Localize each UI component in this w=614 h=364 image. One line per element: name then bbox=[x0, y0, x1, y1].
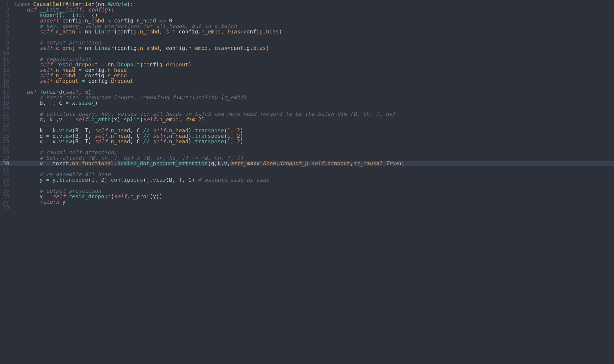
code-line[interactable]: 7 bbox=[0, 34, 614, 40]
code-content[interactable]: y = y.transpose(1, 2).contiguous().view(… bbox=[14, 177, 614, 183]
code-line[interactable]: 4 assert config.n_embd % config.n_head =… bbox=[0, 18, 614, 23]
code-content[interactable]: return y bbox=[14, 199, 614, 205]
code-line[interactable]: 23 bbox=[0, 122, 614, 128]
token-op: = bbox=[382, 160, 386, 167]
code-content[interactable]: y = torch.nn.functional.scaled_dot_produ… bbox=[14, 161, 614, 167]
code-line[interactable]: 5 # key, query, value projections for al… bbox=[0, 23, 614, 29]
code-line[interactable]: 20 bbox=[0, 106, 614, 111]
code-line[interactable]: 2 def __init__(self, config): bbox=[0, 7, 614, 12]
token-fn: scaled_dot_product_attention bbox=[117, 160, 208, 167]
code-content[interactable]: self.n_head = config.n_head bbox=[14, 67, 614, 73]
token-pun: . bbox=[88, 116, 91, 123]
code-content[interactable]: q, k ,v = self.c_attn(x).split(self.n_em… bbox=[14, 117, 614, 122]
code-line[interactable]: 19 B, T, C = x.size() bbox=[0, 100, 614, 106]
code-content[interactable]: # output projection bbox=[14, 188, 614, 194]
token-pun: , bbox=[179, 116, 185, 123]
token-cmt: # outputs side by side bbox=[198, 177, 269, 183]
code-line[interactable]: 14 self.n_embd = config.n_embd bbox=[0, 73, 614, 78]
token-fn: transpose bbox=[59, 177, 88, 183]
token-pun: ) bbox=[201, 116, 205, 123]
token-op: = bbox=[240, 28, 243, 35]
token-attr: functional bbox=[82, 160, 114, 167]
token-pun: y. bbox=[49, 177, 59, 183]
code-line[interactable]: 35 # output projection bbox=[0, 188, 614, 194]
code-content[interactable]: k = k.view(B, T, self.n_head, C // self.… bbox=[14, 128, 614, 133]
code-content[interactable]: # causal self-attention; bbox=[14, 150, 614, 155]
code-line[interactable]: 31 bbox=[0, 166, 614, 172]
token-pun bbox=[14, 78, 40, 84]
token-attr: dropout bbox=[56, 78, 78, 84]
code-line[interactable]: 15 self.dropout = config.dropout bbox=[0, 78, 614, 84]
code-line[interactable]: 33 y = y.transpose(1, 2).contiguous().vi… bbox=[0, 177, 614, 183]
code-line[interactable]: 16 bbox=[0, 84, 614, 89]
token-pun: , bbox=[276, 160, 279, 167]
token-pun: (config. bbox=[140, 61, 166, 68]
code-line[interactable]: 27 bbox=[0, 144, 614, 150]
code-line[interactable]: 25 q = q.view(B, T, self.n_head, C // se… bbox=[0, 133, 614, 139]
code-line[interactable]: 28 # causal self-attention; bbox=[0, 150, 614, 155]
code-editor[interactable]: 1class CausalSelfAttention(nn.Module):2 … bbox=[0, 0, 614, 210]
code-content[interactable]: assert config.n_embd % config.n_head == … bbox=[14, 18, 614, 23]
code-line[interactable]: 32 # re-assemble all head bbox=[0, 172, 614, 177]
code-content[interactable]: v = v.view(B, T, self.n_head, C // self.… bbox=[14, 139, 614, 144]
code-line[interactable]: 38 bbox=[0, 205, 614, 210]
token-self: self bbox=[114, 193, 127, 199]
code-line[interactable]: 1class CausalSelfAttention(nn.Module): bbox=[0, 1, 614, 7]
token-self: self bbox=[95, 138, 108, 145]
line-number: 22 bbox=[0, 117, 14, 122]
code-line[interactable]: 10 bbox=[0, 51, 614, 56]
token-op: // bbox=[143, 138, 150, 145]
token-num: 3 bbox=[166, 28, 169, 35]
code-line[interactable]: 3 super().__init__() bbox=[0, 12, 614, 18]
code-content[interactable]: def __init__(self, config): bbox=[14, 7, 614, 12]
token-op: = bbox=[260, 160, 263, 167]
code-content[interactable]: # calculate query, key, values for all h… bbox=[14, 111, 614, 117]
code-content[interactable]: self.n_embd = config.n_embd bbox=[14, 73, 614, 78]
token-pun: y bbox=[59, 199, 65, 205]
code-line[interactable]: 17 def forward(self, x): bbox=[0, 89, 614, 95]
code-line[interactable]: 34 bbox=[0, 183, 614, 188]
code-content[interactable]: # output projection bbox=[14, 40, 614, 45]
token-pun: (config. bbox=[114, 45, 140, 51]
code-content[interactable]: def forward(self, x): bbox=[14, 89, 614, 95]
line-number: 18 bbox=[0, 95, 14, 100]
token-pun bbox=[150, 138, 153, 145]
code-content[interactable]: # key, query, value projections for all … bbox=[14, 23, 614, 29]
token-attr: n_embd bbox=[140, 45, 159, 51]
code-content[interactable]: # batch size, sequence length, embedding… bbox=[14, 95, 614, 100]
token-kw: return bbox=[40, 199, 59, 205]
token-const: True bbox=[386, 160, 399, 167]
code-line[interactable]: 6 self.c_attn = nn.Linear(config.n_embd,… bbox=[0, 29, 614, 34]
code-content[interactable]: class CausalSelfAttention(nn.Module): bbox=[14, 1, 614, 7]
code-content[interactable]: # re-assemble all head bbox=[14, 172, 614, 177]
code-line[interactable]: 26 v = v.view(B, T, self.n_head, C // se… bbox=[0, 139, 614, 144]
code-line[interactable]: 24 k = k.view(B, T, self.n_head, C // se… bbox=[0, 128, 614, 133]
code-content[interactable]: self.resid_dropout = nn.Dropout(config.d… bbox=[14, 62, 614, 67]
code-content[interactable]: self.c_proj = nn.Linear(config.n_embd, c… bbox=[14, 45, 614, 51]
line-number: 10 bbox=[0, 51, 14, 56]
code-line[interactable]: 21 # calculate query, key, values for al… bbox=[0, 111, 614, 117]
token-pun: ) bbox=[266, 45, 269, 51]
code-line[interactable]: 9 self.c_proj = nn.Linear(config.n_embd,… bbox=[0, 45, 614, 51]
token-pun bbox=[14, 28, 40, 35]
code-content[interactable]: y = self.resid_dropout(self.c_proj(y)) bbox=[14, 194, 614, 199]
code-line[interactable]: 30 y = torch.nn.functional.scaled_dot_pr… bbox=[0, 161, 614, 166]
code-line[interactable]: 13 self.n_head = config.n_head bbox=[0, 67, 614, 73]
code-line[interactable]: 37 return y bbox=[0, 199, 614, 205]
token-pun: , bbox=[95, 177, 101, 183]
code-content[interactable]: q = q.view(B, T, self.n_head, C // self.… bbox=[14, 133, 614, 139]
code-line[interactable]: 8 # output projection bbox=[0, 40, 614, 45]
code-line[interactable]: 36 y = self.resid_dropout(self.c_proj(y)… bbox=[0, 194, 614, 199]
token-pun: y bbox=[14, 160, 46, 167]
code-content[interactable]: self.dropout = config.dropout bbox=[14, 78, 614, 84]
code-content[interactable]: super().__init__() bbox=[14, 12, 614, 18]
code-content[interactable]: self.c_attn = nn.Linear(config.n_embd, 3… bbox=[14, 29, 614, 34]
code-line[interactable]: 11 # regularization bbox=[0, 56, 614, 62]
code-line[interactable]: 22 q, k ,v = self.c_attn(x).split(self.n… bbox=[0, 117, 614, 122]
code-line[interactable]: 18 # batch size, sequence length, embedd… bbox=[0, 95, 614, 100]
line-number: 19 bbox=[0, 100, 14, 106]
code-content[interactable]: # regularization bbox=[14, 56, 614, 62]
code-content[interactable]: B, T, C = x.size() bbox=[14, 100, 614, 106]
token-pun: (q,k,v, bbox=[208, 160, 231, 167]
code-line[interactable]: 12 self.resid_dropout = nn.Dropout(confi… bbox=[0, 62, 614, 67]
